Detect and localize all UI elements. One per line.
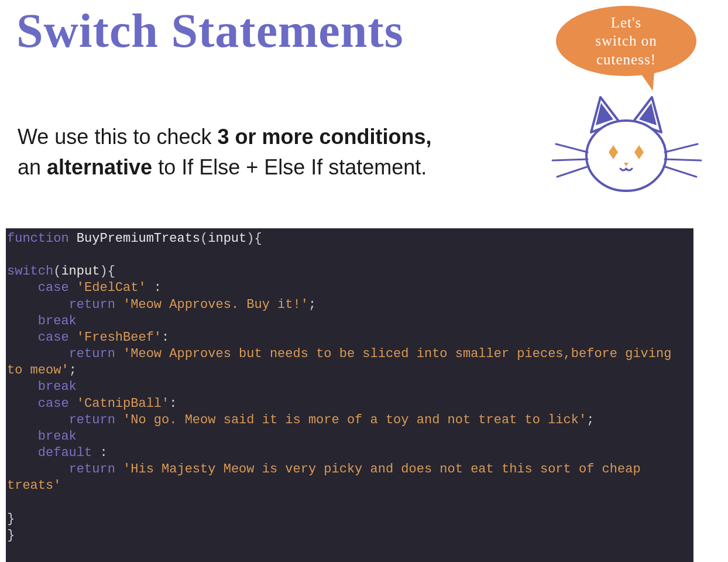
svg-line-2 — [552, 159, 588, 160]
tok-default: default — [38, 446, 92, 460]
tok-break-1: break — [38, 314, 77, 328]
tok-brace-open: { — [254, 231, 262, 246]
tok-sw-brace: { — [108, 264, 115, 279]
tok-return-4: return — [69, 462, 115, 477]
tok-pclose: ) — [246, 231, 254, 246]
tok-popen: ( — [200, 231, 208, 246]
tok-semi-2: ; — [69, 363, 77, 378]
tok-semi-1: ; — [308, 297, 316, 312]
tok-break-2: break — [38, 379, 77, 394]
tok-return-2: return — [69, 347, 115, 361]
tok-colon-4: : — [92, 446, 107, 460]
svg-point-0 — [586, 121, 666, 191]
svg-line-6 — [664, 166, 696, 177]
tok-fn-brace-close: } — [7, 528, 15, 543]
tok-switch: switch — [7, 264, 53, 279]
svg-line-4 — [665, 144, 698, 152]
desc-2-bold: alternative — [47, 155, 152, 179]
svg-line-1 — [556, 144, 588, 152]
speech-bubble: Let'sswitch oncuteness! — [556, 6, 696, 76]
tok-case-3: case — [38, 396, 69, 411]
tok-case-1: case — [38, 280, 69, 295]
tok-colon-3: : — [169, 396, 177, 411]
tok-sw-brace-close: } — [7, 512, 15, 526]
code-block: function BuyPremiumTreats(input){ switch… — [6, 228, 693, 562]
desc-2-pre: an — [18, 155, 47, 179]
desc-1-pre: We use this to check — [18, 125, 218, 149]
tok-break-3: break — [38, 429, 77, 444]
tok-param: input — [208, 231, 246, 246]
tok-colon-2: : — [162, 330, 169, 345]
tok-ret-catnip: 'No go. Meow said it is more of a toy an… — [115, 413, 586, 427]
tok-str-catnip: 'CatnipBall' — [77, 396, 169, 411]
tok-semi-3: ; — [586, 413, 594, 427]
tok-sw-popen: ( — [53, 264, 61, 279]
desc-2-post: to If Else + Else If statement. — [152, 155, 427, 179]
tok-fnname: BuyPremiumTreats — [69, 231, 200, 246]
tok-sw-arg: input — [61, 264, 99, 279]
cat-icon — [544, 80, 708, 203]
tok-sw-pclose: ) — [99, 264, 107, 279]
description-line-1: We use this to check 3 or more condition… — [18, 122, 544, 152]
code-content: function BuyPremiumTreats(input){ switch… — [7, 231, 692, 562]
description: We use this to check 3 or more condition… — [18, 122, 544, 183]
tok-ret-edelcat: 'Meow Approves. Buy it!' — [115, 297, 308, 312]
tok-str-freshbeef: 'FreshBeef' — [77, 330, 162, 345]
svg-line-3 — [557, 166, 589, 177]
speech-bubble-text: Let'sswitch oncuteness! — [595, 13, 657, 68]
tok-colon-1: : — [146, 280, 162, 295]
svg-line-5 — [665, 159, 701, 160]
page-title: Switch Statements — [16, 4, 404, 59]
tok-return-1: return — [69, 297, 115, 312]
description-line-2: an alternative to If Else + Else If stat… — [18, 152, 544, 183]
tok-function: function — [7, 231, 69, 246]
tok-str-edelcat: 'EdelCat' — [77, 280, 146, 295]
desc-1-bold: 3 or more conditions, — [218, 125, 432, 149]
tok-return-3: return — [69, 413, 115, 427]
tok-case-2: case — [38, 330, 69, 345]
